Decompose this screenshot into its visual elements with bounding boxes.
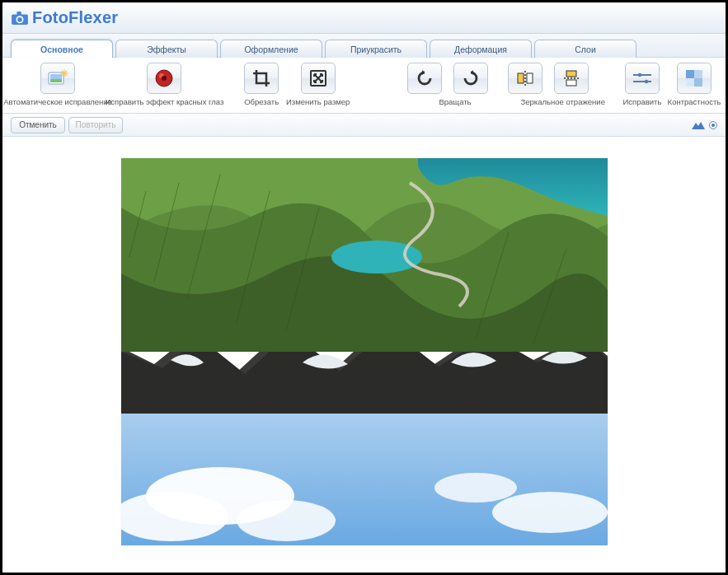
tool-autofix: Автоматическое исправление	[11, 63, 105, 106]
tab-beautify[interactable]: Приукрасить	[325, 40, 427, 58]
svg-rect-13	[527, 73, 533, 83]
rotate-left-button[interactable]	[407, 63, 442, 94]
tool-label: Обрезать	[244, 97, 279, 106]
svg-rect-1	[16, 11, 21, 15]
app-header: FotoFlexer	[2, 2, 726, 34]
svg-rect-6	[50, 79, 62, 82]
tool-crop: Обрезать	[241, 63, 282, 106]
svg-point-19	[638, 73, 641, 77]
tool-label: Исправить	[622, 97, 661, 106]
tab-label: Слои	[575, 44, 596, 54]
crop-button[interactable]	[244, 63, 279, 94]
svg-point-30	[434, 473, 517, 503]
rotate-group	[404, 63, 491, 94]
tab-label: Приукрасить	[350, 44, 402, 54]
mirror-group	[505, 63, 592, 94]
mirror-v-button[interactable]	[554, 63, 589, 94]
svg-point-31	[492, 492, 608, 533]
svg-rect-25	[694, 78, 702, 86]
straighten-button[interactable]	[625, 63, 660, 94]
svg-rect-23	[694, 70, 702, 78]
tab-decorate[interactable]: Оформление	[220, 40, 322, 58]
tool-rotate-right	[450, 63, 491, 94]
tab-label: Основное	[40, 44, 83, 54]
photo-canvas[interactable]	[121, 158, 608, 545]
button-label: Отменить	[19, 120, 57, 129]
resize-button[interactable]	[301, 63, 336, 94]
mountain-icon	[691, 119, 706, 131]
svg-rect-24	[686, 78, 694, 86]
svg-rect-22	[686, 70, 694, 78]
mirror-h-button[interactable]	[508, 63, 542, 94]
toolbar: Автоматическое исправление Исправить эфф…	[2, 58, 726, 114]
tab-label: Оформление	[244, 44, 298, 54]
svg-rect-15	[566, 71, 576, 77]
tab-layers[interactable]: Слои	[534, 40, 636, 58]
tab-main[interactable]: Основное	[11, 40, 113, 58]
svg-rect-16	[566, 80, 576, 86]
contrast-button[interactable]	[677, 63, 712, 94]
tool-label: Автоматическое исправление	[3, 97, 112, 106]
tool-rotate-left	[404, 63, 445, 94]
redeye-button[interactable]	[147, 63, 181, 94]
svg-point-29	[237, 500, 336, 541]
rotate-right-button[interactable]	[453, 63, 488, 94]
button-label: Повторить	[76, 120, 116, 129]
tool-label: Изменить размер	[286, 97, 350, 106]
tab-distort[interactable]: Деформация	[430, 40, 532, 58]
tool-straighten: Исправить	[622, 63, 663, 106]
action-bar: Отменить Повторить	[2, 114, 726, 137]
app-logo: FotoFlexer	[11, 8, 118, 27]
tool-mirror-h	[505, 63, 546, 94]
tab-label: Деформация	[454, 44, 507, 54]
tabs-row: Основное Эффекты Оформление Приукрасить …	[2, 34, 726, 58]
mirror-label: Зеркальное отражение	[521, 97, 605, 106]
canvas-area	[2, 137, 726, 573]
undo-button[interactable]: Отменить	[11, 117, 65, 133]
tab-effects[interactable]: Эффекты	[115, 40, 218, 58]
camera-icon	[11, 11, 29, 26]
svg-rect-12	[518, 73, 524, 83]
svg-point-21	[645, 80, 648, 83]
tool-redeye: Исправить эффект красных глаз	[113, 63, 216, 106]
svg-point-3	[17, 16, 22, 21]
svg-rect-5	[50, 74, 62, 79]
view-mode-radio[interactable]	[709, 121, 717, 129]
tool-label: Исправить эффект красных глаз	[105, 97, 223, 106]
app-frame: FotoFlexer Основное Эффекты Оформление П…	[0, 0, 728, 575]
tool-resize: Изменить размер	[290, 63, 345, 106]
autofix-button[interactable]	[40, 63, 75, 94]
tool-contrast: Контрастность	[671, 63, 717, 106]
tab-label: Эффекты	[147, 44, 186, 54]
tool-label: Контрастность	[668, 97, 721, 106]
tool-mirror-v	[551, 63, 592, 94]
redo-button[interactable]: Повторить	[68, 117, 123, 133]
rotate-label: Вращать	[420, 97, 489, 106]
svg-point-10	[162, 76, 167, 81]
app-title: FotoFlexer	[32, 8, 118, 27]
